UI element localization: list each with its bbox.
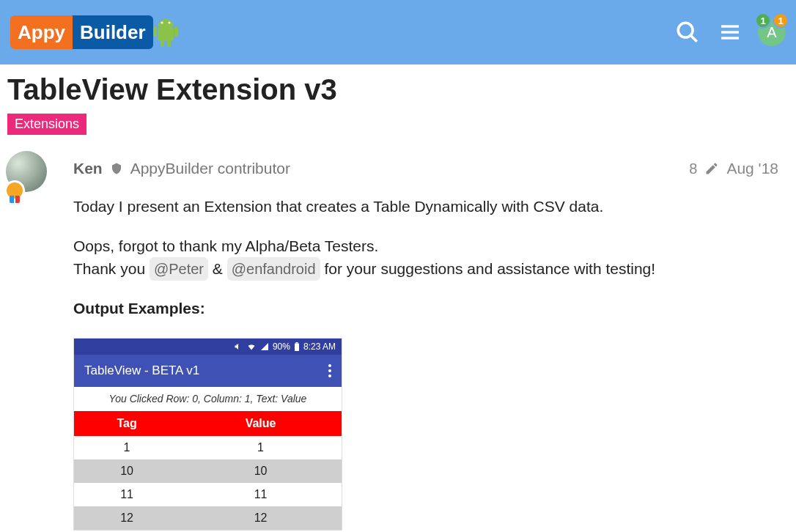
avatar-flair-badge [4, 180, 25, 201]
svg-rect-3 [161, 40, 164, 47]
topic-header: TableView Extension v3 Extensions [0, 64, 796, 139]
svg-point-7 [678, 23, 693, 37]
phone-statusbar: 90% 8:23 AM [74, 339, 342, 355]
output-examples-heading: Output Examples: [73, 297, 778, 320]
table-header-tag: Tag [74, 411, 180, 436]
post-header: Ken AppyBuilder contributor 8 Aug '18 [73, 160, 778, 177]
site-header: Appy Builder A 1 1 [0, 0, 796, 64]
phone-screenshot[interactable]: 90% 8:23 AM TableView - BETA v1 You Clic… [73, 338, 342, 531]
svg-rect-13 [295, 342, 298, 344]
battery-percent: 90% [273, 340, 290, 353]
topic-title: TableView Extension v3 [7, 73, 789, 106]
post-user-title: AppyBuilder contributor [130, 160, 290, 177]
edit-count[interactable]: 8 [689, 160, 697, 177]
table-header-row: Tag Value [74, 411, 342, 436]
phone-appbar: TableView - BETA v1 [74, 355, 342, 387]
table-row: 1010 [74, 459, 342, 483]
logo-builder: Builder [73, 15, 153, 49]
paragraph-intro: Today I present an Extension that create… [73, 195, 778, 218]
header-actions: A 1 1 [673, 18, 786, 47]
mention-enfandroid[interactable]: @enfandroid [227, 257, 320, 281]
svg-rect-2 [174, 26, 178, 37]
svg-line-8 [690, 35, 697, 42]
svg-rect-1 [153, 26, 157, 37]
pencil-icon[interactable] [704, 161, 719, 176]
paragraph-thanks: Oops, forgot to thank my Alpha/Beta Test… [73, 234, 778, 281]
android-icon [150, 13, 185, 51]
post: Ken AppyBuilder contributor 8 Aug '18 To… [0, 139, 796, 531]
svg-rect-4 [167, 40, 171, 47]
table-row: 11 [74, 436, 342, 459]
table-row: 1111 [74, 483, 342, 506]
post-author[interactable]: Ken [73, 160, 103, 177]
overflow-menu-icon [328, 364, 331, 377]
svg-rect-12 [295, 343, 299, 351]
click-info-text: You Clicked Row: 0, Column: 1, Text: Val… [74, 387, 342, 411]
notification-badge-green: 1 [755, 12, 771, 29]
table-header-value: Value [180, 411, 342, 436]
logo-appy: Appy [10, 15, 73, 49]
notification-badge-orange: 1 [773, 12, 789, 29]
app-title: TableView - BETA v1 [84, 361, 199, 380]
wifi-icon [246, 342, 257, 351]
category-badge[interactable]: Extensions [7, 114, 86, 135]
mute-icon [234, 342, 243, 351]
site-logo[interactable]: Appy Builder [10, 13, 185, 51]
table-row: 1212 [74, 506, 342, 530]
battery-icon [294, 342, 300, 351]
menu-icon[interactable] [715, 18, 745, 47]
post-date[interactable]: Aug '18 [726, 160, 778, 177]
svg-point-6 [168, 22, 170, 24]
post-avatar-column [6, 151, 56, 531]
signal-icon [260, 342, 269, 351]
post-content: Today I present an Extension that create… [73, 195, 778, 531]
mention-peter[interactable]: @Peter [150, 257, 208, 281]
data-table: Tag Value 11 1010 1111 1212 [74, 411, 342, 530]
shield-icon [110, 162, 123, 175]
user-avatar[interactable]: A 1 1 [758, 18, 786, 46]
svg-point-5 [161, 22, 163, 24]
status-time: 8:23 AM [303, 340, 336, 353]
search-icon[interactable] [673, 18, 702, 47]
svg-rect-0 [158, 26, 174, 41]
